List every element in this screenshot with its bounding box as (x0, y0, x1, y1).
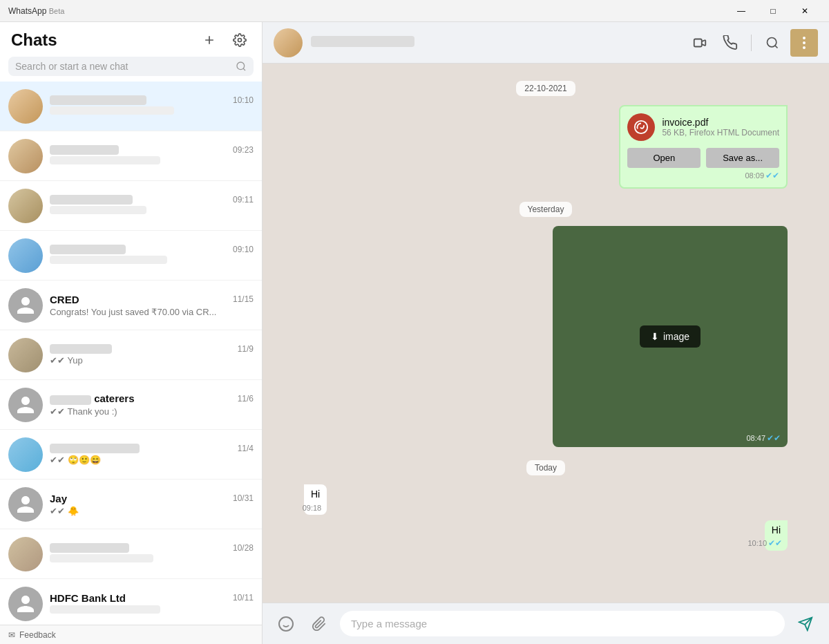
chat-item-cred[interactable]: CRED 11/15 Congrats! You just saved ₹70.… (0, 281, 262, 330)
sidebar-actions (198, 29, 251, 51)
chat-time: 09:10 (233, 245, 254, 254)
chat-preview: ✔✔ 🙄🙂😄 (50, 455, 254, 465)
input-bar (263, 603, 829, 644)
file-time: 08:09 ✔✔ (627, 171, 779, 180)
maximize-button[interactable]: □ (757, 0, 789, 22)
more-icon (803, 37, 806, 49)
image-label: image (663, 331, 689, 342)
message-row-hi-outgoing: Hi 10:10 ✔✔ (304, 520, 788, 551)
video-call-button[interactable] (687, 30, 712, 55)
file-name: invoice.pdf (662, 117, 779, 128)
minimize-button[interactable]: — (725, 0, 757, 22)
person-icon (15, 494, 36, 515)
send-button[interactable] (793, 612, 818, 636)
chat-header-actions (687, 29, 818, 57)
open-button[interactable]: Open (627, 148, 701, 168)
message-input[interactable] (340, 611, 785, 636)
message-text: Hi (311, 489, 320, 500)
chat-item-4[interactable]: 09:10 (0, 231, 262, 281)
chat-header (263, 22, 829, 64)
message-bubble-incoming: Hi 09:18 (304, 484, 327, 515)
read-tick: ✔✔ (768, 538, 782, 548)
window-controls: — □ ✕ (725, 0, 821, 22)
app-title: WhatsApp Beta (8, 6, 725, 16)
chat-time: 11/6 (238, 394, 254, 404)
chat-name: HDFC Bank Ltd (50, 592, 126, 604)
chat-time: 11/15 (233, 294, 254, 304)
chat-item-hdfc[interactable]: HDFC Bank Ltd 10/11 (0, 579, 262, 625)
chat-item-jay[interactable]: Jay 10/31 ✔✔ 🐥 (0, 480, 262, 529)
avatar (8, 338, 43, 372)
chat-list: 10:10 09:23 (0, 82, 262, 625)
chat-time: 09:23 (233, 145, 254, 155)
attach-button[interactable] (307, 612, 332, 636)
app-body: Chats 10:10 (0, 22, 829, 644)
chat-name (50, 195, 133, 205)
svg-point-6 (803, 41, 806, 44)
person-icon (15, 295, 36, 316)
date-divider-today: Today (304, 461, 788, 473)
svg-point-0 (238, 39, 242, 42)
chat-name: caterers (50, 392, 135, 404)
file-actions: Open Save as... (627, 148, 779, 168)
titlebar: WhatsApp Beta — □ ✕ (0, 0, 829, 22)
download-icon: ⬇ (651, 331, 659, 342)
feedback-bar[interactable]: ✉ Feedback (0, 625, 262, 644)
svg-point-7 (803, 46, 806, 49)
chat-item-2[interactable]: 09:23 (0, 131, 262, 181)
chat-item-caterers[interactable]: caterers 11/6 ✔✔ Thank you :) (0, 380, 262, 430)
person-icon (15, 594, 36, 614)
avatar (8, 537, 43, 571)
search-input[interactable] (15, 61, 236, 72)
search-bar[interactable] (8, 57, 254, 76)
chat-header-name (311, 36, 414, 47)
image-bubble[interactable]: ⬇ image 08:47 ✔✔ (553, 226, 788, 447)
svg-point-5 (803, 37, 806, 39)
read-tick: ✔✔ (767, 433, 781, 443)
chat-time: 11/4 (238, 444, 254, 453)
chat-name: Jay (50, 493, 67, 504)
svg-point-9 (279, 617, 293, 631)
new-chat-button[interactable] (198, 29, 220, 51)
settings-button[interactable] (229, 29, 251, 51)
avatar (8, 89, 43, 124)
avatar (8, 238, 43, 273)
chat-menu-button[interactable] (790, 29, 818, 57)
messages-area[interactable]: 22-10-2021 invoice.pdf 56 KB, Firefox HT… (263, 64, 829, 603)
chat-item-1[interactable]: 10:10 (0, 82, 262, 131)
chat-window: 22-10-2021 invoice.pdf 56 KB, Firefox HT… (263, 22, 829, 644)
avatar (8, 288, 43, 323)
chat-time: 09:11 (233, 195, 254, 205)
chat-item-3[interactable]: 09:11 (0, 181, 262, 231)
close-button[interactable]: ✕ (789, 0, 821, 22)
sidebar: Chats 10:10 (0, 22, 263, 644)
avatar (8, 388, 43, 422)
avatar (8, 487, 43, 522)
svg-line-4 (775, 45, 778, 48)
save-button[interactable]: Save as... (706, 148, 779, 168)
avatar (8, 139, 43, 173)
sidebar-header: Chats (0, 22, 262, 57)
message-text: Hi (772, 524, 781, 536)
feedback-label: Feedback (19, 630, 56, 640)
file-bubble: invoice.pdf 56 KB, Firefox HTML Document… (619, 105, 788, 189)
chat-preview: ✔✔ Yup (50, 355, 254, 366)
chat-item-8[interactable]: 11/4 ✔✔ 🙄🙂😄 (0, 430, 262, 480)
chat-time: 10:10 (233, 95, 254, 105)
voice-call-button[interactable] (718, 30, 743, 55)
chat-header-info (311, 36, 679, 50)
avatar (8, 189, 43, 223)
chat-item-6[interactable]: 11/9 ✔✔ Yup (0, 330, 262, 380)
chat-item-10[interactable]: 10/28 (0, 529, 262, 579)
chat-time: 11/9 (238, 344, 254, 354)
chat-time: 10/11 (233, 593, 254, 603)
feedback-icon: ✉ (8, 630, 15, 640)
emoji-button[interactable] (274, 612, 298, 636)
person-icon (15, 395, 36, 415)
image-download-overlay[interactable]: ⬇ image (640, 325, 701, 348)
chat-name: CRED (50, 294, 79, 305)
header-divider (751, 35, 752, 51)
chat-preview: Congrats! You just saved ₹70.00 via CR..… (50, 307, 254, 317)
chat-time: 10/31 (233, 493, 254, 503)
chat-search-button[interactable] (760, 30, 785, 55)
